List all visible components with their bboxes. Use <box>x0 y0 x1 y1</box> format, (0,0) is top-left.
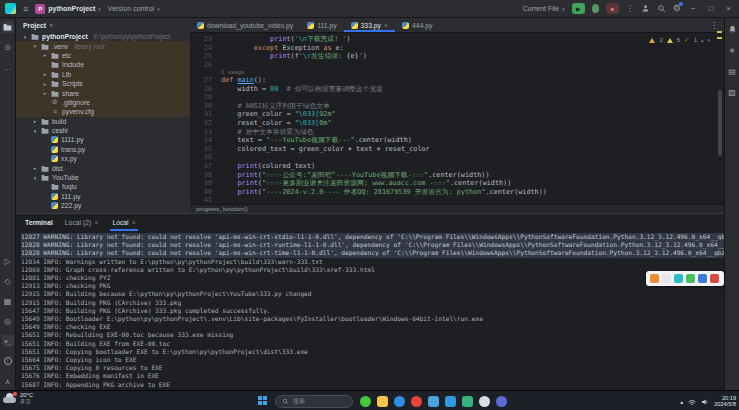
taskbar-clock[interactable]: 20:19 2024/5/8 <box>714 395 736 408</box>
prev-problem-icon[interactable]: ▴ <box>701 37 704 43</box>
version-control-icon[interactable]: Y <box>2 375 14 387</box>
inspections-widget[interactable]: 2 5 ✓ 1 ▴ ▾ <box>649 36 710 44</box>
start-button[interactable] <box>258 396 268 406</box>
stop-button[interactable]: ■ <box>606 3 619 14</box>
terminal-tool-window[interactable]: Terminal Local (2)×Local× 12827 WARNING:… <box>16 213 724 390</box>
tray-chevron-up-icon[interactable]: ▴ <box>680 398 683 405</box>
tree-item-trans.py[interactable]: trans.py <box>16 145 190 154</box>
python-packages-icon[interactable]: ▦ <box>2 295 14 307</box>
edge-icon[interactable] <box>394 396 405 407</box>
chevron-down-icon[interactable]: ▾ <box>32 128 38 134</box>
settings-gear-icon[interactable]: ⚙ <box>673 4 681 13</box>
tree-item-.gitignore[interactable]: ⊘.gitignore <box>16 98 190 107</box>
chrome-icon[interactable] <box>411 396 422 407</box>
close-button[interactable]: × <box>723 4 734 13</box>
project-panel-header[interactable]: Project ▾ <box>16 18 190 32</box>
tree-item-111.py[interactable]: 111.py <box>16 192 190 201</box>
qq-icon[interactable] <box>479 396 490 407</box>
tree-item-pythonProject[interactable]: ▾pythonProjectE:\python\py\pythonProject <box>16 32 190 41</box>
editor-area[interactable]: download_youtube_video.py111.py333.py×44… <box>190 18 724 213</box>
tab-options-icon[interactable]: ⋮ <box>710 21 724 30</box>
close-tab-icon[interactable]: × <box>94 219 98 226</box>
more-icon[interactable]: … <box>2 61 14 73</box>
maximize-button[interactable]: □ <box>705 4 716 13</box>
plugins-icon[interactable]: ▧ <box>726 86 738 98</box>
overlay-app-icon-3[interactable] <box>674 274 683 283</box>
chevron-right-icon[interactable]: ▸ <box>42 52 48 58</box>
tree-item-Lib[interactable]: ▸Lib <box>16 70 190 79</box>
project-widget[interactable]: P pythonProject ▾ <box>35 4 101 14</box>
overlay-app-icon-1[interactable] <box>650 274 659 283</box>
explorer-folder-icon[interactable] <box>377 396 388 407</box>
project-folder-icon[interactable] <box>2 21 14 33</box>
next-problem-icon[interactable]: ▾ <box>707 37 710 43</box>
network-icon[interactable] <box>688 392 696 410</box>
taskbar-search[interactable]: 搜索 <box>275 395 353 408</box>
search-everywhere-icon[interactable] <box>657 4 666 14</box>
wechat-icon[interactable] <box>360 396 371 407</box>
overlay-toolbar[interactable] <box>646 271 724 286</box>
tree-item-build[interactable]: ▸build <box>16 117 190 126</box>
close-tab-icon[interactable]: × <box>132 219 136 226</box>
services-icon[interactable]: ◇ <box>2 275 14 287</box>
browser-icon[interactable] <box>496 396 507 407</box>
overlay-app-icon-4[interactable] <box>686 274 695 283</box>
vscode-icon[interactable] <box>445 396 456 407</box>
chevron-right-icon[interactable]: ▸ <box>32 118 38 124</box>
volume-icon[interactable] <box>701 392 709 410</box>
run-icon[interactable]: ▷ <box>2 255 14 267</box>
run-config-selector[interactable]: Current File ▾ <box>523 5 565 12</box>
tree-item-share[interactable]: ▸share <box>16 88 190 97</box>
tree-item-xx.py[interactable]: xx.py <box>16 154 190 163</box>
terminal-icon[interactable]: >_ <box>2 335 14 347</box>
main-menu-icon[interactable]: ≡ <box>23 4 28 14</box>
tree-item-1111.py[interactable]: 1111.py <box>16 135 190 144</box>
tree-item-Scripts[interactable]: ▸Scripts <box>16 79 190 88</box>
tree-item-Include[interactable]: Include <box>16 60 190 69</box>
store-icon[interactable] <box>428 396 439 407</box>
pycharm-icon[interactable] <box>462 396 473 407</box>
weather-widget[interactable]: 20°C 多云 <box>3 392 33 404</box>
commit-icon[interactable]: ⊙ <box>2 41 14 53</box>
editor-tab-111.py[interactable]: 111.py <box>300 18 343 32</box>
notifications-icon[interactable] <box>726 23 738 35</box>
editor-tab-444.py[interactable]: 444.py <box>395 18 439 32</box>
profile-icon[interactable] <box>641 4 650 14</box>
terminal-output[interactable]: 12827 WARNING: Library not found: could … <box>16 231 724 389</box>
ai-assistant-icon[interactable]: ∗ <box>726 44 738 56</box>
debug-button[interactable] <box>592 4 599 13</box>
tree-item-YouTube[interactable]: ▾YouTube <box>16 173 190 182</box>
tree-item-dist[interactable]: ▸dist <box>16 163 190 172</box>
usage-hint[interactable]: 1 usage <box>221 69 716 76</box>
tree-item-fuqiu[interactable]: fuqiu <box>16 182 190 191</box>
terminal-tab-Local[interactable]: Local× <box>110 214 137 231</box>
tree-item-.venv[interactable]: ▾.venvlibrary root <box>16 41 190 50</box>
code-editor[interactable]: 23 print('\n下载完成! ')24 except Exception … <box>190 35 716 204</box>
overlay-app-icon-5[interactable] <box>698 274 707 283</box>
problems-icon[interactable]: ! <box>2 355 14 367</box>
overlay-app-icon-2[interactable] <box>662 274 671 283</box>
chevron-right-icon[interactable]: ▸ <box>42 71 48 77</box>
run-button[interactable]: ▶ <box>572 3 585 14</box>
more-actions-icon[interactable]: ⋮ <box>626 4 634 13</box>
chevron-down-icon[interactable]: ▾ <box>32 43 38 49</box>
chevron-right-icon[interactable]: ▸ <box>32 165 38 171</box>
python-console-icon[interactable]: ◎ <box>2 315 14 327</box>
terminal-tab-Local (2)[interactable]: Local (2)× <box>63 214 101 231</box>
close-tab-icon[interactable]: × <box>384 22 388 29</box>
tree-item-etc[interactable]: ▸etc <box>16 51 190 60</box>
tree-item-222.py[interactable]: 222.py <box>16 201 190 210</box>
minimize-button[interactable]: − <box>688 4 699 13</box>
editor-tab-download_youtube_video.py[interactable]: download_youtube_video.py <box>190 18 300 32</box>
breadcrumb[interactable]: progress_function() <box>190 204 724 213</box>
vcs-widget[interactable]: Version control ▾ <box>108 5 160 12</box>
editor-tab-333.py[interactable]: 333.py× <box>344 18 396 32</box>
chevron-down-icon[interactable]: ▾ <box>22 34 28 40</box>
tree-item-pyvenv.cfg[interactable]: ≡pyvenv.cfg <box>16 107 190 116</box>
chevron-right-icon[interactable]: ▸ <box>42 90 48 96</box>
editor-scrollbar[interactable] <box>718 90 722 156</box>
overlay-app-icon-6[interactable] <box>710 274 719 283</box>
tree-item-ceshi[interactable]: ▾ceshi <box>16 126 190 135</box>
database-icon[interactable]: ▤ <box>726 65 738 77</box>
chevron-down-icon[interactable]: ▾ <box>32 175 38 181</box>
